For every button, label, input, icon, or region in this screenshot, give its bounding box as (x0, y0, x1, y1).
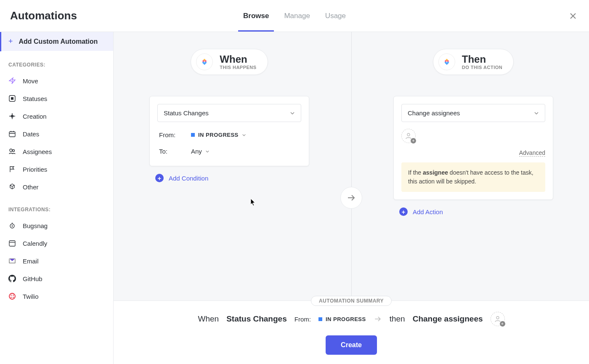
svg-point-11 (11, 295, 12, 296)
trigger-card: Status Changes From: IN PROGRESS To: (149, 96, 309, 166)
sidebar-item-calendly[interactable]: Calendly (0, 234, 113, 252)
then-subtitle: DO THIS ACTION (462, 65, 502, 70)
then-header: Then DO THIS ACTION (433, 49, 514, 75)
sidebar-item-label: Email (23, 258, 39, 265)
integrations-label: INTEGRATIONS: (0, 196, 113, 217)
arrow-right-icon (374, 315, 382, 323)
create-button[interactable]: Create (326, 335, 377, 355)
add-condition-label: Add Condition (169, 175, 208, 182)
categories-label: CATEGORIES: (0, 51, 113, 72)
add-action-button[interactable]: + Add Action (393, 207, 443, 216)
tab-browse[interactable]: Browse (243, 0, 269, 32)
priorities-icon (8, 165, 16, 173)
trigger-dropdown[interactable]: Status Changes (157, 104, 301, 122)
sidebar-item-twilio[interactable]: Twilio (0, 287, 113, 305)
to-label: To: (159, 148, 180, 155)
svg-point-4 (10, 149, 12, 151)
status-color-icon (318, 317, 322, 321)
add-custom-label: Add Custom Automation (19, 38, 98, 45)
sidebar-item-dates[interactable]: Dates (0, 125, 113, 143)
github-icon (8, 275, 16, 282)
assignee-access-notice: If the assignee doesn't have access to t… (401, 162, 545, 192)
summary-trigger: Status Changes (226, 314, 287, 324)
svg-point-16 (496, 316, 499, 319)
creation-icon (8, 112, 16, 120)
to-status-value: Any (191, 148, 202, 155)
summary-assignee-placeholder[interactable]: + (491, 312, 505, 326)
sidebar-item-github[interactable]: GitHub (0, 270, 113, 287)
plus-icon: + (8, 37, 13, 46)
page-title: Automations (10, 9, 77, 22)
email-icon (8, 257, 16, 265)
svg-point-13 (11, 297, 12, 298)
when-header: When THIS HAPPENS (191, 49, 268, 75)
close-button[interactable] (567, 10, 579, 22)
status-color-icon (191, 133, 195, 137)
summary-action: Change assignees (413, 314, 483, 324)
close-icon (569, 12, 577, 20)
tab-manage[interactable]: Manage (284, 0, 310, 32)
sidebar-item-label: Move (23, 77, 38, 85)
svg-point-10 (9, 293, 15, 299)
sidebar-item-label: Dates (23, 130, 39, 138)
other-icon (8, 183, 16, 191)
svg-rect-1 (11, 97, 13, 100)
sidebar-item-label: Other (23, 183, 39, 191)
advanced-link[interactable]: Advanced (519, 149, 545, 157)
summary-bar: AUTOMATION SUMMARY When Status Changes F… (114, 300, 589, 364)
sidebar-item-priorities[interactable]: Priorities (0, 160, 113, 178)
from-label: From: (159, 131, 180, 138)
when-title: When (220, 54, 256, 65)
sidebar-item-label: Bugsnag (23, 222, 48, 229)
action-dropdown[interactable]: Change assignees (401, 104, 545, 122)
sidebar-item-other[interactable]: Other (0, 178, 113, 196)
statuses-icon (8, 95, 16, 102)
sidebar-item-assignees[interactable]: Assignees (0, 143, 113, 160)
summary-when: When (198, 314, 219, 324)
from-status-value: IN PROGRESS (198, 132, 239, 138)
sidebar-item-bugsnag[interactable]: Bugsnag (0, 217, 113, 234)
svg-point-7 (12, 226, 13, 227)
from-status-dropdown[interactable]: IN PROGRESS (191, 132, 246, 138)
sidebar-item-creation[interactable]: Creation (0, 107, 113, 125)
svg-point-5 (13, 150, 15, 152)
sidebar-item-label: GitHub (23, 275, 42, 282)
arrow-right-icon (346, 193, 356, 203)
svg-point-15 (407, 133, 410, 136)
twilio-icon (8, 292, 16, 300)
bugsnag-icon (8, 222, 16, 229)
sidebar-item-label: Twilio (23, 293, 39, 300)
sidebar-item-label: Creation (23, 113, 47, 120)
summary-label: AUTOMATION SUMMARY (311, 296, 392, 306)
action-card: Change assignees + Advanced If the assig… (393, 96, 553, 200)
svg-point-12 (13, 295, 14, 296)
move-icon (8, 77, 16, 85)
trigger-value: Status Changes (164, 109, 209, 117)
sidebar-item-label: Assignees (23, 148, 52, 155)
sidebar-item-email[interactable]: Email (0, 252, 113, 270)
mini-plus-icon: + (500, 321, 505, 327)
mini-plus-icon: + (411, 138, 416, 143)
chevron-down-icon (290, 111, 295, 116)
sidebar-item-statuses[interactable]: Statuses (0, 90, 113, 107)
plus-circle-icon: + (155, 174, 164, 182)
add-condition-button[interactable]: + Add Condition (149, 174, 208, 182)
add-custom-automation-button[interactable]: + Add Custom Automation (0, 32, 113, 51)
automation-canvas: When THIS HAPPENS Status Changes From: I… (114, 32, 589, 364)
dates-icon (8, 130, 16, 138)
sidebar-item-move[interactable]: Move (0, 72, 113, 90)
sidebar-item-label: Statuses (23, 95, 47, 102)
chevron-down-icon (534, 111, 539, 116)
tab-usage[interactable]: Usage (325, 0, 346, 32)
action-value: Change assignees (408, 109, 460, 117)
arrow-connector (340, 187, 362, 209)
plus-circle-icon: + (399, 207, 408, 216)
add-assignee-button[interactable]: + (401, 129, 416, 143)
sidebar: + Add Custom Automation CATEGORIES: Move… (0, 32, 114, 364)
add-action-label: Add Action (413, 208, 443, 215)
assignees-icon (8, 148, 16, 155)
to-status-dropdown[interactable]: Any (191, 148, 210, 155)
svg-rect-8 (9, 241, 15, 246)
clickup-logo-icon (438, 53, 455, 70)
summary-then: then (390, 314, 405, 324)
